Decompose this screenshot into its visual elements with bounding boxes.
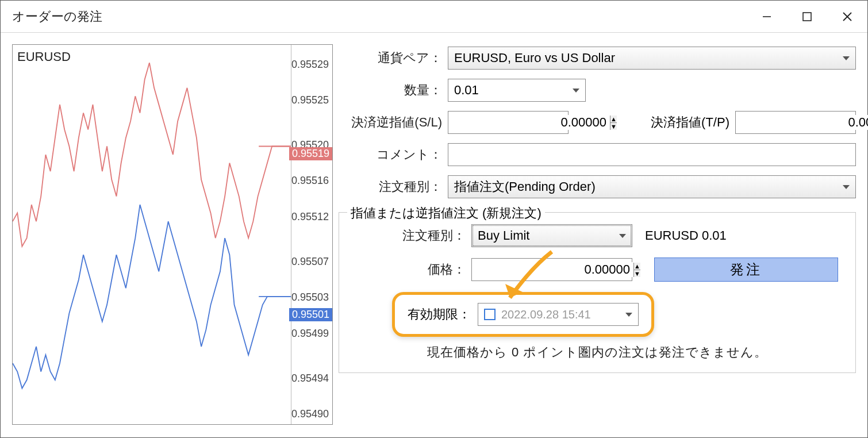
sl-input[interactable]: ▲▼ xyxy=(448,111,569,134)
place-order-button[interactable]: 発注 xyxy=(654,258,838,282)
ordertype-value: 指値注文(Pending Order) xyxy=(454,178,596,195)
chevron-down-icon xyxy=(619,234,626,238)
y-tick: 0.95503 xyxy=(291,291,329,303)
minimize-button[interactable] xyxy=(747,1,787,32)
sl-spinner[interactable]: ▲▼ xyxy=(610,116,617,130)
label-ordertype: 注文種別： xyxy=(339,178,442,195)
arrow-up-icon[interactable]: ▲ xyxy=(634,263,640,270)
close-button[interactable] xyxy=(827,1,867,32)
tp-field[interactable] xyxy=(736,115,868,130)
maximize-button[interactable] xyxy=(787,1,827,32)
y-tick: 0.95525 xyxy=(291,94,329,106)
label-expiry: 有効期限： xyxy=(408,306,471,323)
pending-fieldset: 指値または逆指値注文 (新規注文) 注文種別： Buy Limit EURUSD… xyxy=(339,212,856,373)
bid-price-tag: 0.95501 xyxy=(289,308,332,321)
y-tick: 0.95499 xyxy=(291,327,329,339)
pending-type-value: Buy Limit xyxy=(478,228,529,243)
expiry-highlight: 有効期限： 2022.09.28 15:41 xyxy=(392,292,654,337)
y-tick: 0.95494 xyxy=(291,372,329,384)
y-tick: 0.95507 xyxy=(291,255,329,267)
arrow-up-icon[interactable]: ▲ xyxy=(610,116,617,123)
label-symbol: 通貨ペア： xyxy=(339,49,442,67)
order-form: 通貨ペア： EURUSD, Euro vs US Dollar 数量： 0.01… xyxy=(339,44,856,432)
expiry-datetime[interactable]: 2022.09.28 15:41 xyxy=(478,303,639,326)
symbol-select-value: EURUSD, Euro vs US Dollar xyxy=(454,51,615,66)
titlebar: オーダーの発注 xyxy=(1,1,867,33)
label-tp: 決済指値(T/P) xyxy=(651,114,729,131)
chevron-down-icon xyxy=(843,56,850,60)
label-volume: 数量： xyxy=(339,82,442,99)
y-tick: 0.95512 xyxy=(291,210,329,222)
svg-rect-1 xyxy=(803,13,811,21)
ask-price-tag: 0.95519 xyxy=(289,147,332,160)
expiry-value: 2022.09.28 15:41 xyxy=(501,308,620,321)
y-tick: 0.95529 xyxy=(291,58,329,70)
chart-canvas: EURUSD xyxy=(13,45,291,424)
ordertype-select[interactable]: 指値注文(Pending Order) xyxy=(448,175,856,198)
window-title: オーダーの発注 xyxy=(12,8,747,25)
order-window: オーダーの発注 EURUSD 0.955290.955250.955200.95… xyxy=(0,0,868,438)
price-input[interactable]: ▲▼ xyxy=(471,258,632,281)
pending-type-select[interactable]: Buy Limit xyxy=(471,224,632,247)
tp-input[interactable]: ▲▼ xyxy=(735,111,856,134)
label-price: 価格： xyxy=(356,261,466,278)
tick-chart: EURUSD 0.955290.955250.955200.955160.955… xyxy=(12,44,333,425)
chevron-down-icon xyxy=(625,313,632,317)
volume-value: 0.01 xyxy=(454,83,479,98)
label-sl: 決済逆指値(S/L) xyxy=(339,114,442,131)
price-field[interactable] xyxy=(472,262,633,277)
label-pending-type: 注文種別： xyxy=(356,227,466,244)
arrow-down-icon[interactable]: ▼ xyxy=(634,270,640,277)
volume-select[interactable]: 0.01 xyxy=(448,79,586,102)
pending-info: EURUSD 0.01 xyxy=(645,228,727,243)
y-tick: 0.95490 xyxy=(291,408,329,420)
content: EURUSD 0.955290.955250.955200.955160.955… xyxy=(1,33,867,437)
expiry-checkbox[interactable] xyxy=(484,309,496,320)
sl-field[interactable] xyxy=(448,115,610,130)
chart-y-axis: 0.955290.955250.955200.955160.955120.955… xyxy=(291,45,332,424)
fieldset-legend: 指値または逆指値注文 (新規注文) xyxy=(347,205,545,222)
price-spinner[interactable]: ▲▼ xyxy=(633,263,640,277)
arrow-down-icon[interactable]: ▼ xyxy=(610,123,617,130)
price-distance-note: 現在価格から 0 ポイント圏内の注文は発注できません。 xyxy=(356,344,838,361)
chevron-down-icon xyxy=(843,185,850,189)
comment-input[interactable] xyxy=(448,143,856,166)
chevron-down-icon xyxy=(573,89,579,93)
symbol-select[interactable]: EURUSD, Euro vs US Dollar xyxy=(448,47,856,70)
window-controls xyxy=(747,1,867,32)
chart-lines xyxy=(13,45,291,398)
label-comment: コメント： xyxy=(339,146,442,163)
y-tick: 0.95516 xyxy=(291,175,329,187)
